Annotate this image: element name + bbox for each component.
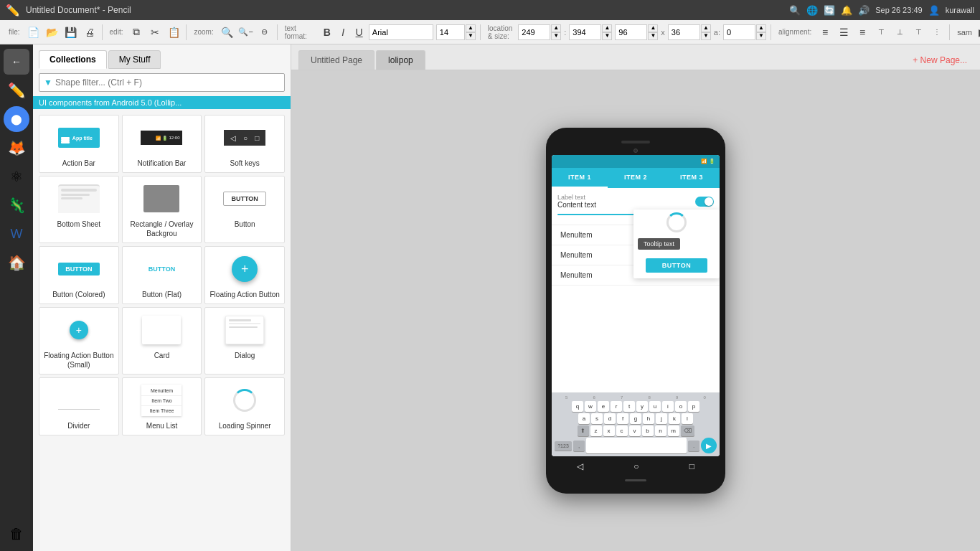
key-y[interactable]: y	[636, 401, 648, 412]
key-x[interactable]: x	[603, 425, 615, 436]
shape-action-bar[interactable]: App title Action Bar	[39, 115, 119, 173]
key-space[interactable]	[586, 438, 687, 453]
key-c[interactable]: c	[616, 425, 628, 436]
size-h-up[interactable]: ▲	[701, 24, 711, 32]
print-btn[interactable]: 🖨	[82, 24, 98, 40]
italic-btn[interactable]: I	[336, 24, 349, 40]
loc-y-input[interactable]	[569, 24, 601, 40]
mystuff-tab[interactable]: My Stuff	[108, 50, 161, 69]
cut-btn[interactable]: ✂	[147, 24, 163, 40]
bold-btn[interactable]: B	[321, 24, 334, 40]
angle-input[interactable]	[723, 24, 755, 40]
key-t[interactable]: t	[623, 401, 635, 412]
zoom-reset-btn[interactable]: ⊖	[257, 24, 273, 40]
toggle-switch[interactable]	[695, 197, 714, 207]
tab-untitled[interactable]: Untitled Page	[298, 50, 374, 70]
dock-suse[interactable]: 🦎	[4, 192, 29, 218]
shape-notification-bar[interactable]: 📶 🔋 12:00 Notification Bar	[122, 115, 202, 173]
key-m[interactable]: m	[668, 425, 679, 436]
angle-up[interactable]: ▲	[756, 24, 766, 32]
dock-word[interactable]: W	[4, 221, 29, 247]
nav-home[interactable]: ○	[633, 461, 639, 471]
size-w-down[interactable]: ▼	[648, 32, 658, 40]
shape-divider[interactable]: Divider	[39, 377, 119, 435]
key-e[interactable]: e	[598, 401, 609, 412]
key-j[interactable]: j	[656, 413, 667, 424]
size-w-input[interactable]	[615, 24, 647, 40]
phone-tab-item3[interactable]: ITEM 3	[664, 168, 720, 188]
key-u[interactable]: u	[649, 401, 661, 412]
key-shift[interactable]: ⬆	[578, 425, 589, 436]
collections-tab[interactable]: Collections	[39, 50, 107, 69]
font-size-up[interactable]: ▲	[466, 24, 476, 32]
shape-loading-spinner[interactable]: Loading Spinner	[204, 377, 285, 435]
key-g[interactable]: g	[630, 413, 641, 424]
size-w-up[interactable]: ▲	[648, 24, 658, 32]
align-center-btn[interactable]: ☰	[836, 24, 852, 40]
open-btn[interactable]: 📂	[44, 24, 60, 40]
key-d[interactable]: d	[604, 413, 616, 424]
dock-atom[interactable]: ⚛	[4, 164, 29, 189]
shape-fab-small[interactable]: + Floating Action Button (Small)	[39, 307, 119, 375]
save-btn[interactable]: 💾	[63, 24, 79, 40]
phone-tab-item2[interactable]: ITEM 2	[608, 168, 664, 188]
underline-btn[interactable]: U	[352, 24, 365, 40]
align-top-btn[interactable]: ⊤	[873, 24, 889, 40]
loc-x-input[interactable]	[518, 24, 550, 40]
new-page-button[interactable]: + New Page...	[907, 51, 973, 70]
zoom-out-btn[interactable]: 🔍−	[238, 24, 254, 40]
size-h-input[interactable]	[668, 24, 700, 40]
shape-menu-list[interactable]: MenuItem Item Two Item Three Menu List	[122, 377, 202, 435]
key-k[interactable]: k	[669, 413, 680, 424]
shape-soft-keys[interactable]: ◁ ○ □ Soft keys	[204, 115, 285, 173]
key-q[interactable]: q	[572, 401, 583, 412]
shape-dialog[interactable]: Dialog	[204, 307, 285, 375]
phone-tab-item1[interactable]: ITEM 1	[552, 168, 608, 188]
key-a[interactable]: a	[578, 413, 590, 424]
zoom-in-btn[interactable]: 🔍	[220, 24, 235, 40]
phone-button[interactable]: BUTTON	[646, 258, 707, 273]
volume-icon[interactable]: 🔊	[858, 5, 870, 16]
key-i[interactable]: i	[662, 401, 674, 412]
new-btn[interactable]: 📄	[26, 24, 42, 40]
search-icon[interactable]: 🔍	[789, 5, 801, 16]
key-p[interactable]: p	[688, 401, 699, 412]
dock-firefox[interactable]: 🦊	[4, 135, 29, 161]
font-size-down[interactable]: ▼	[466, 32, 476, 40]
copy-btn[interactable]: ⧉	[128, 24, 144, 40]
nav-back[interactable]: ◁	[577, 461, 583, 471]
globe-icon[interactable]: 🌐	[806, 5, 818, 16]
key-w[interactable]: w	[585, 401, 596, 412]
align-middle-btn[interactable]: ⊥	[892, 24, 908, 40]
loc-y-up[interactable]: ▲	[602, 24, 612, 32]
shape-button-colored[interactable]: BUTTON Button (Colored)	[39, 246, 119, 304]
distribute-btn[interactable]: ⋮	[929, 24, 945, 40]
dock-home[interactable]: 🏠	[4, 250, 29, 276]
loc-x-down[interactable]: ▼	[551, 32, 561, 40]
key-f[interactable]: f	[617, 413, 628, 424]
key-b[interactable]: b	[642, 425, 654, 436]
chevron-right-btn[interactable]: ▶	[975, 24, 980, 40]
align-left-btn[interactable]: ≡	[817, 24, 833, 40]
font-size-input[interactable]	[436, 24, 465, 40]
sync-icon[interactable]: 🔄	[824, 5, 835, 16]
key-n[interactable]: n	[655, 425, 666, 436]
tab-lolipop[interactable]: lolipop	[376, 50, 425, 70]
key-sym[interactable]: ?123	[555, 441, 572, 451]
key-z[interactable]: z	[590, 425, 602, 436]
shape-fab[interactable]: + Floating Action Button	[204, 246, 285, 304]
dock-chrome[interactable]: ⬤	[4, 106, 29, 132]
size-h-down[interactable]: ▼	[701, 32, 711, 40]
key-l[interactable]: l	[682, 413, 693, 424]
key-r[interactable]: r	[611, 401, 622, 412]
shape-card[interactable]: Card	[122, 307, 202, 375]
paste-btn[interactable]: 📋	[166, 24, 182, 40]
key-o[interactable]: o	[675, 401, 687, 412]
key-period[interactable]: .	[688, 441, 699, 451]
shape-button[interactable]: BUTTON Button	[204, 176, 285, 243]
key-h[interactable]: h	[643, 413, 654, 424]
key-v[interactable]: v	[629, 425, 641, 436]
dock-back[interactable]: ←	[4, 49, 29, 75]
key-comma[interactable]: ,	[573, 441, 585, 451]
dock-home-pencil[interactable]: ✏️	[4, 77, 29, 103]
